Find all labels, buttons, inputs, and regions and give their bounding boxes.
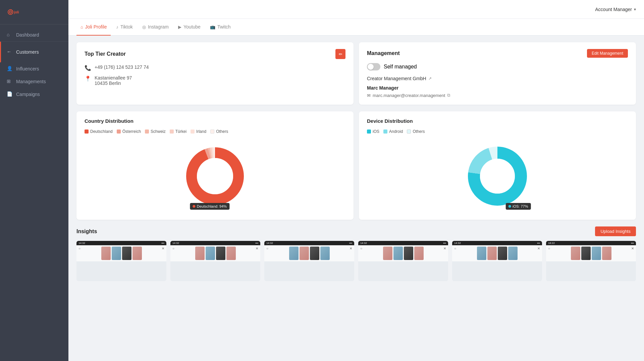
- external-link-icon[interactable]: ↗: [428, 76, 432, 81]
- sidebar: joli ⌂ Dashboard ← Customers 👤 Influence…: [0, 0, 68, 361]
- screenshot-statusbar-2: 14:32 ▪▪▪: [170, 241, 260, 245]
- edit-management-button[interactable]: Edit Management: [587, 49, 628, 58]
- screenshot-body-2: ○ ✕: [170, 245, 260, 261]
- thumb-3-4: [320, 247, 330, 260]
- thumb-3-2: [300, 247, 309, 260]
- phone-row: 📞 +49 (176) 124 523 127 74: [85, 64, 345, 71]
- insights-section: Insights Upload Insights 14:32 ▪▪▪ ○ ✕: [68, 226, 644, 289]
- thumb-1-2: [112, 247, 121, 260]
- upload-insights-button[interactable]: Upload Insights: [595, 226, 636, 236]
- profile-card-header: Top Tier Creator ✏: [85, 49, 345, 59]
- address-line1: Kastanienallee 97: [95, 75, 132, 81]
- legend-item-ios: iOS: [367, 129, 379, 134]
- content-area: ⌂ Joli Profile ♪ Tiktok ◎ Instagram ▶ Yo…: [68, 19, 644, 361]
- address-block: Kastanienallee 97 10435 Berlin: [95, 75, 132, 86]
- house-icon: ⌂: [7, 32, 13, 38]
- thumb-1-1: [101, 247, 111, 260]
- thumb-4-2: [393, 247, 403, 260]
- legend-label-android: Android: [389, 129, 403, 134]
- insights-header: Insights Upload Insights: [76, 226, 636, 236]
- thumb-5-3: [498, 247, 507, 260]
- management-card-title: Management: [367, 50, 400, 56]
- edit-profile-button[interactable]: ✏: [335, 49, 345, 59]
- screenshot-time-3: 14:32: [266, 242, 273, 245]
- screenshot-body-4: ○ ✕: [358, 245, 448, 261]
- tab-youtube[interactable]: ▶ Youtube: [174, 19, 205, 36]
- sidebar-item-managements[interactable]: ⊞ Managements: [0, 75, 68, 88]
- self-managed-toggle[interactable]: [367, 63, 380, 70]
- legend-item-osterreich: Österreich: [117, 129, 141, 134]
- screenshot-time-1: 14:32: [78, 242, 85, 245]
- copy-icon[interactable]: ⧉: [447, 93, 450, 98]
- sidebar-navigation: ⌂ Dashboard ← Customers 👤 Influencers ⊞ …: [0, 24, 68, 361]
- screenshot-6[interactable]: 18:22 ▪▪▪ ○ ✕: [546, 241, 636, 281]
- thumb-3-3: [310, 247, 319, 260]
- legend-label-irland: Irland: [196, 129, 206, 134]
- sidebar-item-customers[interactable]: ← Customers: [0, 46, 68, 58]
- tab-joli-profile[interactable]: ⌂ Joli Profile: [76, 19, 111, 36]
- thumb-5-2: [487, 247, 497, 260]
- manager-name: Marc Manager: [367, 85, 628, 91]
- screenshot-statusbar-4: 14:32 ▪▪▪: [358, 241, 448, 245]
- screenshot-body-3: ○ ✕: [264, 245, 354, 261]
- screenshot-icons-4: ▪▪▪: [443, 242, 446, 245]
- thumbnail-strip-2: [193, 245, 238, 261]
- legend-dot-others-country: [210, 130, 214, 134]
- management-card-header: Management Edit Management: [367, 49, 628, 58]
- sidebar-item-campaigns[interactable]: 📄 Campaigns: [0, 88, 68, 101]
- tabs-bar: ⌂ Joli Profile ♪ Tiktok ◎ Instagram ▶ Yo…: [68, 19, 644, 36]
- account-manager-button[interactable]: Account Manager ▾: [595, 7, 636, 12]
- thumb-1-3: [122, 247, 131, 260]
- phone-number: +49 (176) 124 523 127 74: [95, 64, 149, 70]
- tooltip-dot-deutschland: [193, 205, 196, 208]
- screenshot-statusbar-3: 14:32 ▪▪▪: [264, 241, 354, 245]
- legend-label-others-device: Others: [413, 129, 425, 134]
- legend-dot-deutschland: [85, 130, 89, 134]
- topbar: Account Manager ▾: [68, 0, 644, 19]
- tab-tiktok[interactable]: ♪ Tiktok: [112, 19, 137, 36]
- tab-instagram[interactable]: ◎ Instagram: [138, 19, 173, 36]
- logo[interactable]: joli: [0, 0, 68, 24]
- thumb-2-4: [226, 247, 236, 260]
- thumb-6-1: [571, 247, 580, 260]
- tab-youtube-label: Youtube: [183, 24, 201, 30]
- thumb-1-4: [132, 247, 142, 260]
- country-distribution-card: Country Distribution Deutschland Österre…: [76, 111, 354, 220]
- screenshot-time-4: 14:32: [360, 242, 367, 245]
- screenshot-3[interactable]: 14:32 ▪▪▪ ○ ✕: [264, 241, 354, 281]
- screenshot-5[interactable]: 14:32 ▪▪▪ ○ ✕: [452, 241, 542, 281]
- email-icon: ✉: [367, 93, 371, 98]
- thumb-2-2: [206, 247, 215, 260]
- legend-dot-schweiz: [145, 130, 149, 134]
- sidebar-item-dashboard[interactable]: ⌂ Dashboard: [0, 29, 68, 41]
- thumb-3-1: [289, 247, 299, 260]
- thumbnail-strip-5: [475, 245, 520, 261]
- tooltip-dot-ios: [508, 205, 511, 208]
- thumb-5-4: [508, 247, 518, 260]
- legend-label-deutschland: Deutschland: [90, 129, 113, 134]
- sidebar-item-campaigns-label: Campaigns: [16, 92, 40, 97]
- top-cards-row: Top Tier Creator ✏ 📞 +49 (176) 124 523 1…: [68, 36, 644, 111]
- tab-twitch-label: Twitch: [217, 24, 231, 30]
- play-icon-6: ○: [548, 247, 550, 250]
- screenshot-4[interactable]: 14:32 ▪▪▪ ○ ✕: [358, 241, 448, 281]
- close-icon-1: ✕: [162, 247, 164, 250]
- legend-item-others-device: Others: [407, 129, 425, 134]
- thumbnail-strip-3: [287, 245, 332, 261]
- sidebar-item-influencers[interactable]: 👤 Influencers: [0, 62, 68, 75]
- country-chart-tooltip: Deutschland: 94%: [190, 203, 229, 210]
- play-icon-2: ○: [172, 247, 174, 250]
- tab-twitch[interactable]: 📺 Twitch: [206, 19, 235, 36]
- close-icon-6: ✕: [631, 247, 634, 250]
- play-icon-4: ○: [360, 247, 362, 250]
- home-tab-icon: ⌂: [80, 24, 83, 30]
- thumbnail-strip-6: [569, 245, 613, 261]
- screenshot-2[interactable]: 14:32 ▪▪▪ ○ ✕: [170, 241, 260, 281]
- screenshot-1[interactable]: 14:32 ▪▪▪ ○ ✕: [76, 241, 166, 281]
- logo-icon: joli: [7, 5, 23, 19]
- phone-icon: 📞: [85, 65, 91, 71]
- screenshot-body-1: ○ ✕: [76, 245, 166, 261]
- thumb-5-1: [477, 247, 486, 260]
- legend-item-others-country: Others: [210, 129, 228, 134]
- sidebar-item-dashboard-label: Dashboard: [16, 32, 39, 38]
